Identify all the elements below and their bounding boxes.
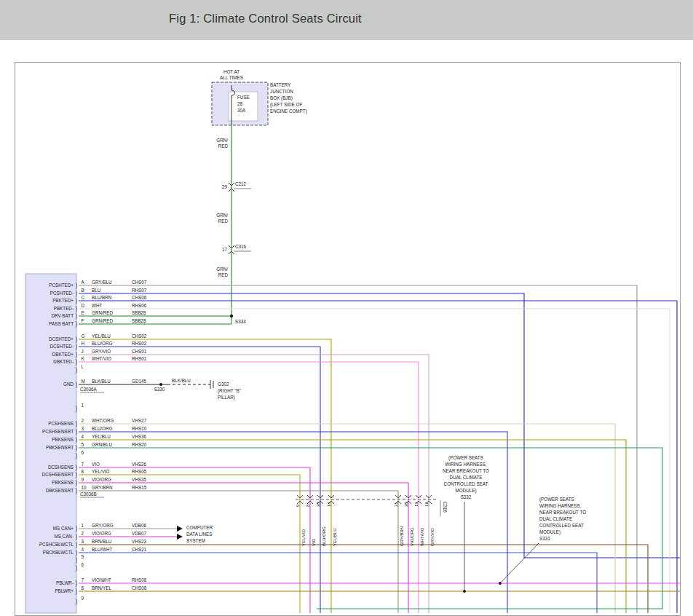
- pin-wire-color: YEL/BLU: [92, 333, 111, 339]
- pin-bracket-icon: ): [76, 312, 78, 320]
- pin-circuit-number: VDB06: [132, 523, 146, 528]
- c316-pin-number: 12: [424, 502, 429, 507]
- splice-label: S332: [461, 494, 472, 499]
- pin-circuit-number: CHS21: [132, 547, 147, 552]
- pin-wire-color: BLK/BLU: [92, 379, 111, 384]
- pin-wire-color: YEL/BLU: [92, 434, 111, 439]
- pin-circuit-number: RHS07: [132, 288, 147, 293]
- pin-bracket-icon: ): [76, 297, 78, 304]
- ground-location: PILLAR): [218, 395, 235, 400]
- pin-circuit-number: CHS08: [132, 585, 147, 591]
- ground-name: G302: [218, 382, 229, 387]
- pin-id: 8: [82, 469, 84, 474]
- wire-color-label: BLK/BLU: [172, 378, 191, 383]
- pin-circuit-number: RHS15: [132, 485, 147, 490]
- pin-bracket-icon: ): [76, 598, 78, 605]
- pin-id: 2: [82, 531, 84, 536]
- pin-bracket-icon: ): [76, 549, 78, 556]
- wire-color-label: GRN/: [216, 138, 228, 143]
- pin-wire-color: BLU: [92, 288, 101, 293]
- pin-id: 5: [82, 442, 84, 447]
- annotation-text: (POWER SEATS: [539, 497, 574, 502]
- pin-wire-color: GRY/ORG: [92, 523, 114, 528]
- pin-circuit-number: CHS01: [132, 349, 147, 354]
- c316-pin-number: 13: [414, 502, 419, 507]
- bjb-label: BATTERY: [270, 82, 291, 87]
- pin-wire-color: VIO/ORG: [92, 531, 111, 536]
- pin-bracket-icon: ): [76, 444, 78, 451]
- wire-color-label: RED: [218, 218, 229, 224]
- annotation-text: MODULE): [539, 529, 561, 535]
- signal-name: MS CAN+: [53, 526, 74, 531]
- pin-wire-color: WHT/VIO: [92, 356, 111, 361]
- pin-bracket-icon: ): [76, 282, 78, 289]
- signal-name: PBKTED-: [54, 306, 74, 311]
- pin-wire-color: VIO/WHT: [92, 577, 111, 583]
- pin-id: 6: [82, 450, 84, 455]
- pin-bracket-icon: ): [76, 541, 78, 548]
- pin-circuit-number: RHS10: [132, 426, 147, 431]
- pin-circuit-number: VHS35: [132, 477, 146, 482]
- wire-color-label: RED: [218, 143, 229, 149]
- signal-name: PBKSENS: [52, 480, 74, 485]
- hot-at-all-times-label: ALL TIMES: [220, 75, 243, 80]
- pin-id: 3: [82, 426, 84, 431]
- hot-at-all-times-label: HOT AT: [223, 69, 239, 74]
- bjb-label: JUNCTION: [270, 89, 293, 94]
- c316-pin-number: 9: [296, 505, 300, 507]
- wire-color-label: GRN/: [216, 213, 228, 218]
- diagram-area: HOT ATALL TIMESFUSE2830ABATTERYJUNCTIONB…: [0, 0, 693, 616]
- pin-circuit-number: VHS36: [132, 434, 146, 439]
- pin-bracket-icon: ): [76, 290, 78, 297]
- signal-name: GND: [63, 382, 74, 387]
- signal-name: PBKSENSRT: [46, 445, 74, 450]
- pin-wire-color: BRN/YEL: [92, 585, 111, 591]
- pin-id: E: [82, 310, 84, 315]
- annotation-text: NEAR BREAKOUT TO: [443, 468, 489, 473]
- pin-id: 5: [82, 554, 84, 559]
- pin-bracket-icon: ): [76, 320, 78, 328]
- signal-name: PBCKBLWCTL: [43, 550, 74, 555]
- diagram-svg: HOT ATALL TIMESFUSE2830ABATTERYJUNCTIONB…: [0, 0, 693, 616]
- splice-dot: [499, 582, 502, 585]
- c316-wire-label: WHT/VIO: [420, 527, 424, 546]
- fuse-label: 28: [237, 101, 243, 106]
- fuse-label: FUSE: [237, 95, 250, 100]
- fuse-label: 30A: [237, 108, 246, 113]
- signal-name: PCSHSENSRT: [42, 429, 74, 434]
- pin-bracket-icon: ): [76, 343, 78, 350]
- splice-dot: [463, 590, 466, 593]
- inline-connector-pin: 29: [222, 184, 228, 189]
- annotation-text: DUAL CLIMATE: [539, 516, 572, 521]
- pin-bracket-icon: ): [76, 351, 78, 358]
- pin-bracket-icon: ): [76, 358, 78, 366]
- c316-pin-number: 21: [394, 502, 398, 507]
- bjb-label: ENGINE COMPT): [270, 108, 307, 114]
- annotation-text: CONTROLLED SEAT: [539, 523, 584, 528]
- pin-id: 7: [82, 462, 84, 467]
- pin-bracket-icon: ): [76, 336, 78, 343]
- pin-wire-color: BLU/ORG: [92, 341, 112, 346]
- pin-id: D: [82, 303, 85, 308]
- pin-id: 6: [82, 562, 84, 567]
- pin-wire-color: GRY/BLU: [92, 280, 112, 285]
- inline-connector-name: C316: [235, 244, 247, 249]
- ground-location: (RIGHT "B": [218, 388, 241, 394]
- c316-pin-number: 28: [316, 502, 320, 507]
- pin-id: 7: [82, 577, 84, 583]
- signal-name: PCSHSENS: [48, 421, 74, 426]
- c316-wire-label: GRY/BRN: [400, 526, 404, 546]
- pin-id: 9: [82, 477, 84, 482]
- annotation-text: (POWER SEATS: [448, 455, 483, 461]
- computer-data-lines-label: DATA LINES: [186, 532, 212, 537]
- pin-bracket-icon: ): [76, 452, 78, 459]
- pin-id: 8: [82, 585, 84, 591]
- signal-name: DCSHSENS: [48, 465, 74, 470]
- pin-bracket-icon: ): [76, 366, 78, 374]
- annotation-text: MODULE): [455, 488, 476, 494]
- figure-header: Fig 1: Climate Control Seats Circuit: [0, 0, 693, 40]
- c316-pin-number: 20: [404, 502, 408, 507]
- signal-name: DCSHTED-: [50, 344, 74, 349]
- pin-circuit-number: RHS08: [132, 577, 147, 583]
- pin-id: 1: [82, 523, 84, 528]
